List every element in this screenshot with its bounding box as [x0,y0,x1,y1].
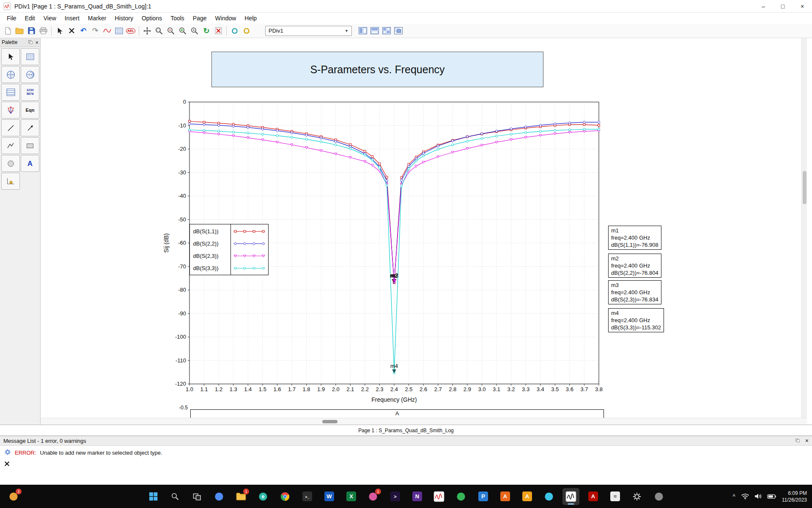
palette-antenna-plot[interactable] [1,102,20,119]
page-tab[interactable]: Page 1 : S_Params_Quad_dB_Smith_Log [358,428,453,433]
start-button[interactable] [145,488,162,505]
terminal-app-button[interactable]: >_ [299,488,315,505]
palette-polar-plot[interactable] [1,66,20,83]
task-view-button[interactable] [189,488,206,505]
chrome-browser-button[interactable] [277,488,294,505]
palette-stacked-plot[interactable] [1,84,20,101]
close-button[interactable]: × [793,0,812,12]
maximize-button[interactable]: □ [773,0,793,12]
scope-app-button[interactable] [431,488,447,505]
palette-text-tool[interactable]: A [21,155,39,172]
message-list-close-button[interactable]: × [805,438,809,444]
menu-help[interactable]: Help [240,14,261,23]
console-app-button[interactable]: > [387,488,403,505]
message-list-float-icon[interactable] [795,438,800,444]
wifi-icon[interactable] [741,493,749,500]
menu-file[interactable]: File [3,14,21,23]
palette-close-button[interactable]: × [35,40,38,45]
palette-rectangle-tool[interactable] [21,137,39,154]
ads-app-button[interactable]: A [497,488,513,505]
round-tool-2-button[interactable] [241,25,252,37]
menu-insert[interactable]: Insert [60,14,84,23]
word-app-button[interactable]: W [321,488,337,505]
ael-macro-button[interactable]: AEL [125,25,137,37]
marker-readout-m2[interactable]: m2freq=2.400 GHzdB(S(2,2))=-76.804 [608,254,661,278]
tile-horizontal-button[interactable] [369,25,381,37]
acrobat-app-button[interactable]: A [584,488,601,505]
zoom-in-button[interactable] [177,25,189,37]
prism-app-button[interactable] [540,488,557,505]
tray-expand-button[interactable]: ^ [732,493,735,500]
menu-options[interactable]: Options [137,14,166,23]
marker-m4[interactable]: m4 [390,363,398,373]
minimize-button[interactable]: – [754,0,773,12]
cascade-windows-button[interactable] [392,25,404,37]
docs-app-button[interactable]: P [475,488,491,505]
secondary-plot[interactable]: A [190,409,604,418]
marker-readout-m3[interactable]: m3freq=2.400 GHzdB(S(2,3))=-76.834 [608,280,661,304]
taskbar-clock[interactable]: 6:09 PM 11/26/2023 [782,489,807,503]
select-tool-button[interactable] [54,25,66,37]
photos-app-button[interactable]: 1 [365,488,381,505]
palette-symbol-plot[interactable] [1,173,20,190]
palette-select-tool[interactable] [1,48,20,65]
save-button[interactable] [25,25,37,37]
palette-list-plot[interactable]: 12345678 [21,84,39,101]
zoom-area-button[interactable] [153,25,165,37]
undo-button[interactable]: ↶ [77,25,89,37]
palette-smith-chart[interactable] [21,66,39,83]
insert-plot-button[interactable] [113,25,125,37]
layout-app-button[interactable]: A [518,488,535,505]
error-message-row[interactable]: ERROR: Unable to add new marker to selec… [4,449,808,457]
vertical-scrollbar-thumb[interactable] [803,171,807,204]
palette-rectangular-plot[interactable] [21,48,39,65]
display-canvas[interactable]: S-Parameters vs. Frequency 1.01.11.21.31… [41,38,807,418]
dev-app-button[interactable]: N [409,488,425,505]
settings-app-button[interactable] [628,488,645,505]
plot-legend[interactable]: dB(S(1,1))dB(S(2,2))dB(S(2,3))dB(S(3,3)) [190,224,269,275]
palette-circle-tool[interactable] [1,155,20,172]
insert-trace-button[interactable] [101,25,113,37]
marker-readout-m1[interactable]: m1freq=2.400 GHzdB(S(1,1))=-76.908 [608,226,661,250]
widgets-button[interactable]: 2 [5,488,22,505]
menu-tools[interactable]: Tools [166,14,189,23]
refresh-view-button[interactable]: ↻ [200,25,212,37]
marker-readout-m4[interactable]: m4freq=2.400 GHzdB(S(3,3))=-115.302 [608,308,664,332]
vertical-scrollbar[interactable] [801,38,807,418]
palette-line-tool[interactable] [1,119,20,136]
round-tool-1-button[interactable] [229,25,241,37]
menu-edit[interactable]: Edit [21,14,39,23]
context-selector[interactable]: PDiv1 ▼ [265,26,352,36]
menu-page[interactable]: Page [189,14,211,23]
marker-m3[interactable]: m3 [391,272,398,282]
new-window-button[interactable] [357,25,369,37]
camera-app-button[interactable] [650,488,667,505]
new-page-button[interactable] [2,25,14,37]
redo-button[interactable]: ↷ [89,25,101,37]
menu-view[interactable]: View [39,14,60,23]
plot-title-box[interactable]: S-Parameters vs. Frequency [211,52,543,87]
battery-icon[interactable] [767,494,776,499]
horizontal-scrollbar-thumb[interactable] [322,420,337,423]
chat-app-button[interactable] [211,488,228,505]
menu-marker[interactable]: Marker [84,14,111,23]
palette-eqn-tool[interactable]: Eqn [21,102,39,119]
search-button[interactable] [167,488,184,505]
delete-button[interactable] [66,25,77,37]
tile-vertical-button[interactable] [381,25,392,37]
excel-app-button[interactable]: X [343,488,359,505]
data-display-app-button[interactable] [562,488,579,505]
zoom-point-button[interactable] [189,25,200,37]
print-button[interactable] [37,25,49,37]
notes-app-button[interactable]: ≡ [606,488,623,505]
zoom-out-button[interactable] [165,25,177,37]
menu-history[interactable]: History [110,14,137,23]
open-button[interactable] [14,25,25,37]
palette-polyline-tool[interactable] [1,137,20,154]
file-explorer-button[interactable]: 1 [233,488,250,505]
menu-window[interactable]: Window [211,14,241,23]
horizontal-scrollbar[interactable] [41,418,807,425]
green-app-button[interactable] [453,488,469,505]
pan-view-button[interactable] [141,25,153,37]
edge-browser-button[interactable]: e [255,488,272,505]
